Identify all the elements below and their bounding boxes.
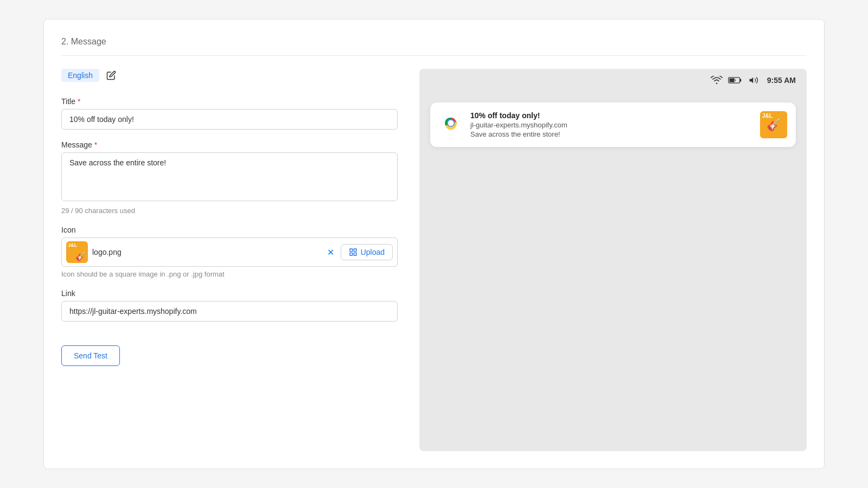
remove-icon[interactable]: ✕ bbox=[325, 247, 336, 258]
wifi-icon bbox=[711, 76, 723, 85]
notification-card: 10% off today only! jl-guitar-experts.my… bbox=[430, 102, 796, 147]
icon-upload-row: J&L 🎸 logo.png ✕ Upload bbox=[61, 237, 398, 267]
link-label: Link bbox=[61, 289, 398, 298]
icon-preview: J&L 🎸 bbox=[66, 241, 88, 263]
edit-icon[interactable] bbox=[106, 70, 117, 81]
icon-filename: logo.png bbox=[92, 248, 321, 256]
language-badge[interactable]: English bbox=[61, 69, 99, 82]
svg-rect-0 bbox=[350, 249, 353, 252]
left-panel: English Title * bbox=[61, 69, 398, 451]
upload-icon bbox=[349, 248, 358, 256]
link-input[interactable] bbox=[61, 301, 398, 322]
message-textarea[interactable]: Save across the entire store! bbox=[61, 152, 398, 201]
notification-domain: jl-guitar-experts.myshopify.com bbox=[470, 121, 752, 129]
send-test-button[interactable]: Send Test bbox=[61, 345, 120, 366]
icon-field-group: Icon J&L 🎸 logo.png ✕ U bbox=[61, 226, 398, 278]
battery-icon bbox=[728, 76, 742, 85]
title-field-group: Title * bbox=[61, 97, 398, 130]
notification-logo: J&L 🎸 bbox=[760, 111, 787, 138]
icon-hint: Icon should be a square image in .png or… bbox=[61, 270, 398, 278]
title-label: Title * bbox=[61, 97, 398, 106]
content-area: English Title * bbox=[61, 69, 807, 451]
main-card: 2. Message English bbox=[43, 19, 825, 469]
char-count: 29 / 90 characters used bbox=[61, 207, 398, 215]
icon-label: Icon bbox=[61, 226, 398, 234]
notification-message: Save across the entire store! bbox=[470, 130, 752, 138]
title-required-star: * bbox=[78, 97, 80, 106]
notification-content: 10% off today only! jl-guitar-experts.my… bbox=[470, 111, 752, 138]
guitar-emoji: 🎸 bbox=[75, 251, 86, 261]
svg-rect-2 bbox=[354, 253, 356, 255]
status-icons bbox=[711, 75, 760, 85]
svg-point-14 bbox=[448, 120, 454, 126]
language-row: English bbox=[61, 69, 398, 82]
section-title: 2. Message bbox=[61, 37, 807, 56]
link-field-group: Link bbox=[61, 289, 398, 322]
status-time: 9:55 AM bbox=[767, 76, 796, 85]
message-label: Message * bbox=[61, 140, 398, 149]
chrome-icon bbox=[439, 111, 463, 135]
volume-icon bbox=[748, 75, 760, 85]
svg-rect-6 bbox=[729, 79, 734, 82]
svg-marker-7 bbox=[749, 78, 753, 84]
status-bar: 9:55 AM bbox=[419, 69, 807, 92]
message-required-star: * bbox=[94, 140, 97, 149]
svg-rect-3 bbox=[350, 253, 353, 255]
svg-rect-1 bbox=[354, 249, 356, 252]
upload-button[interactable]: Upload bbox=[341, 244, 393, 260]
title-input[interactable] bbox=[61, 109, 398, 130]
svg-rect-5 bbox=[739, 79, 741, 81]
notification-title: 10% off today only! bbox=[470, 111, 752, 120]
message-field-group: Message * Save across the entire store! … bbox=[61, 140, 398, 215]
page-wrapper: 2. Message English bbox=[0, 0, 868, 488]
right-panel: 9:55 AM bbox=[419, 69, 807, 451]
